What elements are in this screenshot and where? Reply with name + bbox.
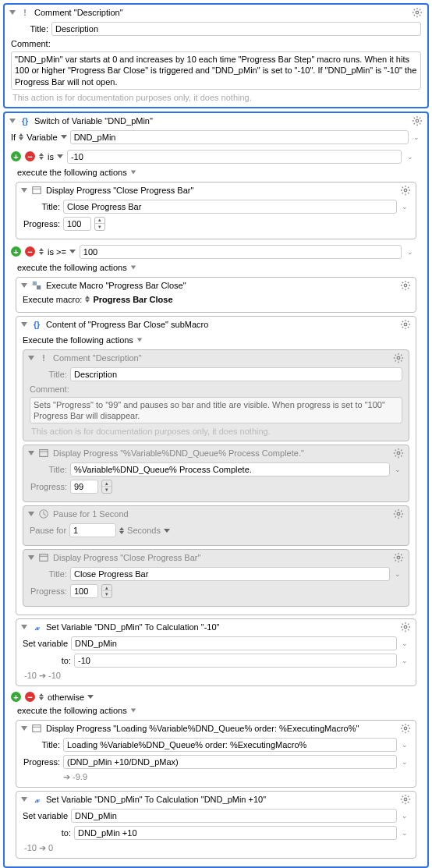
disclosure-toggle[interactable] <box>28 512 34 516</box>
gear-icon[interactable] <box>393 552 404 563</box>
disclosure-toggle[interactable] <box>28 451 34 455</box>
variable-name-input[interactable] <box>71 636 397 650</box>
condition-value-input[interactable] <box>80 245 402 259</box>
variable-selector[interactable]: Variable <box>27 133 67 142</box>
gear-icon[interactable] <box>393 508 404 519</box>
operator-selector[interactable]: is >= <box>48 247 76 257</box>
progress-title-input[interactable] <box>63 200 397 214</box>
condition-value-input[interactable] <box>67 150 402 164</box>
progress-title-input[interactable] <box>70 462 390 477</box>
svg-rect-14 <box>40 450 48 457</box>
field-dropdown-icon[interactable]: ⌄ <box>400 203 409 211</box>
gear-icon[interactable] <box>393 448 404 459</box>
set-variable-label: Set variable <box>23 811 68 820</box>
updown-icon[interactable] <box>85 296 90 303</box>
disclosure-toggle[interactable] <box>137 338 142 342</box>
display-progress-action-loading: Display Progress "Loading %Variable%DND_… <box>16 720 416 788</box>
updown-icon[interactable] <box>119 527 124 534</box>
updown-icon[interactable] <box>39 693 44 700</box>
macro-name[interactable]: Progress Bar Close <box>93 295 172 304</box>
variable-x-icon: 𝓍 <box>31 794 42 805</box>
field-dropdown-icon[interactable]: ⌄ <box>405 248 415 256</box>
disclosure-toggle[interactable] <box>130 170 135 174</box>
disclosure-toggle[interactable] <box>28 356 34 360</box>
set-variable-label: Set variable <box>23 639 68 648</box>
comment-label: Comment: <box>30 384 69 394</box>
stepper[interactable]: ▴▾ <box>94 217 105 231</box>
disclosure-toggle[interactable] <box>21 625 27 629</box>
field-dropdown-icon[interactable]: ⌄ <box>393 466 402 473</box>
add-case-button[interactable]: + <box>11 246 21 257</box>
gear-icon[interactable] <box>400 280 411 291</box>
field-dropdown-icon[interactable]: ⌄ <box>400 657 409 664</box>
add-case-button[interactable]: + <box>11 692 21 702</box>
stepper[interactable]: ▴▾ <box>101 584 112 598</box>
unit-selector[interactable]: Seconds <box>127 526 170 535</box>
operator-selector[interactable]: is <box>48 152 63 161</box>
disclosure-toggle[interactable] <box>130 709 135 713</box>
switch-action: {} Switch of Variable "DND_pMin" If Vari… <box>3 112 429 868</box>
title-input[interactable] <box>70 367 402 381</box>
add-case-button[interactable]: + <box>11 151 21 161</box>
calculation-input[interactable] <box>74 654 397 668</box>
action-title: Switch of Variable "DND_pMin" <box>34 116 408 126</box>
progress-title-input[interactable] <box>70 567 390 581</box>
svg-point-23 <box>404 626 407 629</box>
gear-icon[interactable] <box>400 622 411 632</box>
field-dropdown-icon[interactable]: ⌄ <box>400 639 409 647</box>
progress-value-input[interactable] <box>63 217 91 231</box>
disclosure-toggle[interactable] <box>9 10 16 15</box>
gear-icon[interactable] <box>412 115 423 126</box>
disclosure-toggle[interactable] <box>21 322 27 327</box>
stepper[interactable]: ▴▾ <box>101 480 112 494</box>
field-dropdown-icon[interactable]: ⌄ <box>400 829 409 837</box>
progress-value-input[interactable] <box>63 755 397 769</box>
result-preview: -10 ➔ -10 <box>23 671 409 681</box>
execute-label: execute the following actions <box>17 706 127 715</box>
field-dropdown-icon[interactable]: ⌄ <box>400 758 409 766</box>
field-dropdown-icon[interactable]: ⌄ <box>412 133 421 141</box>
disclosure-toggle[interactable] <box>21 283 27 288</box>
field-dropdown-icon[interactable]: ⌄ <box>400 812 409 820</box>
progress-value-input[interactable] <box>70 480 98 494</box>
pause-value-input[interactable] <box>69 523 116 537</box>
disclosure-toggle[interactable] <box>21 726 27 731</box>
disclosure-toggle[interactable] <box>21 188 27 193</box>
updown-icon[interactable] <box>39 153 44 160</box>
updown-icon[interactable] <box>19 133 23 140</box>
disclosure-toggle[interactable] <box>21 797 27 802</box>
operator-selector[interactable]: otherwise <box>48 693 94 702</box>
field-dropdown-icon[interactable]: ⌄ <box>393 570 402 578</box>
if-label: If <box>11 133 16 142</box>
disclosure-toggle[interactable] <box>130 265 135 269</box>
title-input[interactable] <box>51 22 421 36</box>
field-dropdown-icon[interactable]: ⌄ <box>400 741 409 749</box>
progress-value-input[interactable] <box>70 584 98 598</box>
variable-name-input[interactable] <box>71 809 397 823</box>
updown-icon[interactable] <box>39 248 44 255</box>
comment-textarea[interactable]: "DND_pMin" var starts at 0 and increases… <box>11 51 421 90</box>
disclosure-toggle[interactable] <box>28 555 34 560</box>
calculation-input[interactable] <box>74 826 397 840</box>
gear-icon[interactable] <box>400 794 411 805</box>
remove-case-button[interactable]: − <box>25 246 35 257</box>
field-dropdown-icon[interactable]: ⌄ <box>405 153 415 161</box>
title-label: Title: <box>30 465 67 474</box>
progress-label: Progress: <box>23 757 60 767</box>
variable-name-input[interactable] <box>70 130 409 144</box>
progress-title-input[interactable] <box>63 738 397 752</box>
gear-icon[interactable] <box>400 319 411 330</box>
gear-icon[interactable] <box>393 353 404 363</box>
remove-case-button[interactable]: − <box>25 151 35 161</box>
gear-icon[interactable] <box>400 723 411 734</box>
action-title: Comment "Description" <box>53 353 389 363</box>
gear-icon[interactable] <box>400 185 411 196</box>
gear-icon[interactable] <box>412 7 423 18</box>
result-preview: -10 ➔ 0 <box>23 843 409 853</box>
disclosure-toggle[interactable] <box>9 119 16 123</box>
variable-x-icon: 𝓍 <box>31 622 42 632</box>
display-progress-action-complete: Display Progress "%Variable%DND_Queue% P… <box>23 445 409 502</box>
progress-label: Progress: <box>30 482 67 491</box>
comment-textarea[interactable]: Sets "Progress" to "99" and pauses so ba… <box>30 397 402 424</box>
remove-case-button[interactable]: − <box>25 692 35 702</box>
